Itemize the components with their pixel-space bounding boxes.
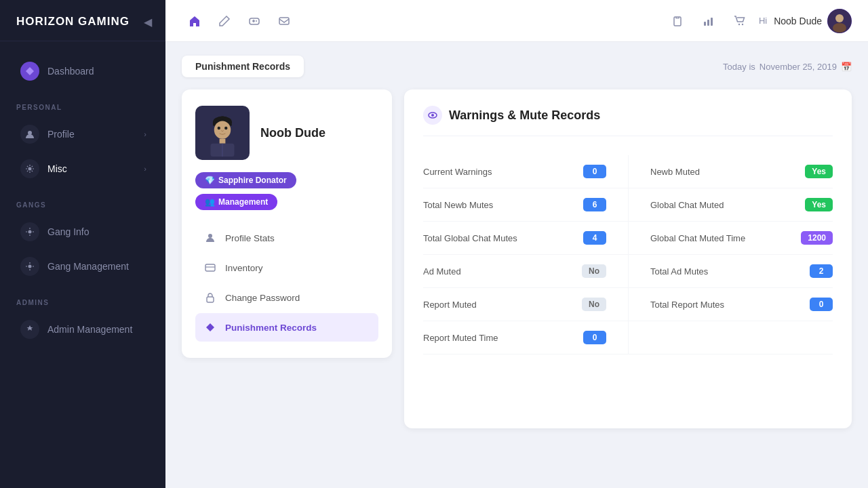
user-menu[interactable]: Hi Noob Dude [759, 9, 852, 33]
personal-section-label: PERSONAL [0, 104, 165, 117]
chevron-right-icon: › [144, 130, 146, 138]
menu-item-inventory[interactable]: Inventory [195, 253, 378, 282]
profile-name: Noob Dude [260, 126, 326, 140]
sidebar-item-label: Admin Management [47, 324, 132, 335]
profile-avatar [195, 106, 250, 160]
svg-rect-28 [207, 297, 214, 302]
sidebar-section-personal: PERSONAL Profile › Misc › [0, 92, 165, 189]
menu-item-change-password[interactable]: Change Password [195, 283, 378, 312]
sidebar-item-label: Gang Management [47, 261, 129, 272]
profile-menu: Profile Stats Inventory Change Password [195, 224, 378, 342]
topnav-icons [182, 8, 665, 34]
sidebar-collapse-icon[interactable]: ◀ [144, 16, 152, 28]
svg-point-15 [835, 14, 844, 22]
lock-icon [203, 291, 217, 304]
sidebar-item-gang-info[interactable]: Gang Info [7, 215, 159, 249]
sidebar-item-label: Profile [47, 129, 75, 140]
record-label: Total Ad Mutes [650, 266, 708, 277]
main-content: Hi Noob Dude Punishment Records Today is… [165, 0, 868, 488]
sapphire-badge[interactable]: 💎 Sapphire Donator [195, 172, 296, 188]
record-cell-total-global-mutes: Total Global Chat Mutes 4 [423, 222, 628, 255]
management-icon: 👥 [205, 197, 215, 207]
svg-marker-0 [26, 67, 34, 75]
gamepad-button[interactable] [241, 8, 267, 34]
svg-rect-11 [711, 18, 713, 26]
svg-point-6 [256, 20, 257, 22]
app-name: HORIZON GAMING [16, 15, 130, 28]
svg-point-19 [214, 121, 231, 139]
record-label: Ad Muted [423, 266, 461, 277]
menu-item-label: Change Password [225, 293, 300, 303]
menu-item-label: Punishment Records [225, 323, 317, 333]
svg-point-31 [431, 114, 434, 117]
edit-button[interactable] [212, 8, 237, 34]
topnav-right: Hi Noob Dude [665, 9, 852, 33]
profile-icon [20, 125, 39, 144]
svg-marker-29 [206, 323, 214, 331]
page-content: Punishment Records Today is November 25,… [165, 42, 868, 488]
svg-rect-26 [205, 264, 215, 271]
mail-button[interactable] [271, 8, 297, 34]
gang-management-icon [20, 257, 39, 276]
sidebar-section-gangs: GANGS Gang Info Gang Management [0, 189, 165, 287]
menu-item-punishment-records[interactable]: Punishment Records [195, 313, 378, 342]
record-value: No [582, 298, 606, 311]
page-title: Punishment Records [182, 56, 304, 77]
home-button[interactable] [182, 8, 208, 34]
gangs-section-label: GANGS [0, 201, 165, 214]
records-grid: Current Warnings 0 Newb Muted Yes Total … [423, 155, 833, 354]
svg-rect-10 [707, 20, 709, 26]
menu-item-profile-stats[interactable]: Profile Stats [195, 224, 378, 252]
sidebar: HORIZON GAMING ◀ Dashboard PERSONAL Prof… [0, 0, 165, 488]
date-value: November 25, 2019 [760, 62, 837, 72]
sapphire-icon: 💎 [205, 176, 215, 185]
gang-info-icon [20, 222, 39, 241]
cart-button[interactable] [728, 9, 752, 33]
record-label: Newb Muted [650, 167, 700, 177]
svg-rect-22 [220, 139, 226, 144]
stats-button[interactable] [696, 9, 721, 33]
clipboard-button[interactable] [665, 9, 690, 33]
svg-point-2 [28, 167, 32, 171]
records-panel: Warnings & Mute Records Current Warnings… [404, 89, 852, 428]
record-cell-current-warnings: Current Warnings 0 [423, 155, 628, 188]
record-cell-empty [628, 321, 833, 354]
record-label: Current Warnings [423, 167, 492, 177]
sapphire-label: Sapphire Donator [218, 176, 287, 185]
sidebar-item-admin-management[interactable]: Admin Management [7, 312, 159, 346]
inventory-icon [203, 261, 217, 274]
record-cell-total-newb-mutes: Total Newb Mutes 6 [423, 188, 628, 222]
svg-point-16 [833, 23, 846, 33]
records-title-text: Warnings & Mute Records [449, 108, 600, 123]
svg-point-4 [28, 265, 32, 268]
sidebar-logo: HORIZON GAMING ◀ [0, 0, 165, 41]
record-cell-newb-muted: Newb Muted Yes [628, 155, 833, 188]
management-badge[interactable]: 👥 Management [195, 194, 277, 210]
record-value: 4 [583, 231, 606, 245]
record-value: Yes [805, 198, 833, 211]
sidebar-item-dashboard[interactable]: Dashboard [7, 54, 159, 88]
content-grid: Noob Dude 💎 Sapphire Donator 👥 Managemen… [182, 89, 852, 428]
chevron-right-icon: › [144, 165, 146, 173]
sidebar-item-label: Gang Info [47, 226, 90, 237]
record-cell-global-muted-time: Global Chat Muted Time 1200 [628, 222, 833, 255]
record-label: Report Muted [423, 300, 477, 310]
topnav: Hi Noob Dude [165, 0, 868, 42]
record-cell-report-muted: Report Muted No [423, 288, 628, 321]
sidebar-item-label: Dashboard [47, 66, 94, 77]
profile-badges: 💎 Sapphire Donator 👥 Management [195, 172, 378, 210]
calendar-icon: 📅 [841, 62, 852, 72]
profile-card: Noob Dude 💎 Sapphire Donator 👥 Managemen… [182, 89, 392, 358]
record-value: Yes [805, 165, 833, 178]
sidebar-item-misc[interactable]: Misc › [7, 152, 159, 186]
sidebar-item-gang-management[interactable]: Gang Management [7, 249, 159, 283]
svg-point-21 [224, 127, 227, 129]
record-value: 0 [583, 165, 606, 178]
sidebar-item-profile[interactable]: Profile › [7, 117, 159, 151]
record-value: 1200 [801, 231, 833, 245]
records-title: Warnings & Mute Records [423, 106, 833, 136]
profile-stats-icon [203, 231, 217, 245]
page-date: Today is November 25, 2019 📅 [723, 62, 852, 72]
svg-point-12 [738, 23, 740, 24]
svg-point-25 [208, 234, 212, 238]
